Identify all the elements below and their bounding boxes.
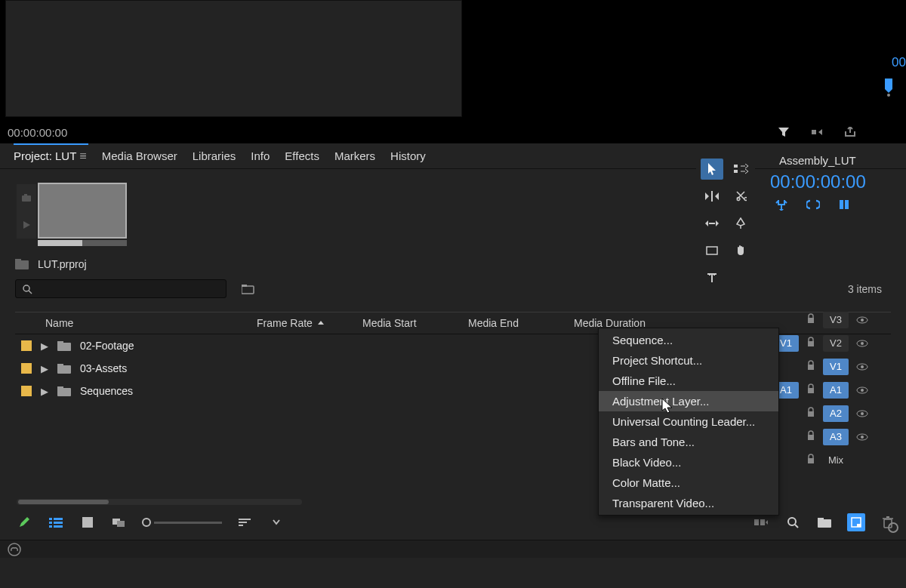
snap-icon[interactable] <box>775 199 788 213</box>
tab-effects[interactable]: Effects <box>285 144 334 168</box>
track-row[interactable]: V1 V2 <box>770 331 906 355</box>
filter-icon[interactable] <box>775 123 793 141</box>
svg-rect-61 <box>808 435 814 440</box>
project-filename: LUT.prproj <box>38 258 87 270</box>
cc-sync-icon[interactable] <box>8 543 21 556</box>
column-frame-rate[interactable]: Frame Rate <box>257 317 362 329</box>
svg-rect-43 <box>707 247 717 254</box>
menu-item-adjustment-layer[interactable]: Adjustment Layer... <box>599 391 778 411</box>
insert-icon[interactable] <box>808 123 826 141</box>
list-view-icon[interactable] <box>47 513 65 531</box>
automate-icon[interactable] <box>752 513 770 531</box>
track-label[interactable]: Mix <box>823 452 849 469</box>
tab-info[interactable]: Info <box>251 144 285 168</box>
tab-history[interactable]: History <box>390 144 441 168</box>
track-row[interactable]: Mix <box>770 448 906 472</box>
pencil-icon[interactable] <box>15 513 33 531</box>
razor-tool[interactable] <box>729 186 752 207</box>
rectangle-tool[interactable] <box>701 240 723 261</box>
lock-icon[interactable] <box>806 454 815 466</box>
tab-media-browser[interactable]: Media Browser <box>102 144 193 168</box>
mute-icon[interactable] <box>856 408 868 420</box>
sort-icon[interactable] <box>236 513 254 531</box>
new-item-button[interactable] <box>847 513 865 531</box>
play-icon <box>22 220 31 229</box>
svg-point-5 <box>23 285 29 291</box>
new-item-context-menu: Sequence... Project Shortcut... Offline … <box>598 328 779 516</box>
track-select-tool[interactable] <box>729 159 752 180</box>
export-icon[interactable] <box>841 123 859 141</box>
track-row[interactable]: A1 A1 <box>770 378 906 402</box>
new-bin-button[interactable] <box>815 513 834 531</box>
svg-rect-4 <box>15 259 21 262</box>
menu-item-bars-and-tone[interactable]: Bars and Tone... <box>599 432 778 452</box>
lock-icon[interactable] <box>806 337 815 349</box>
chevron-right-icon[interactable]: ▶ <box>41 363 48 374</box>
zoom-slider[interactable] <box>142 518 222 527</box>
add-marker-icon[interactable] <box>838 199 850 213</box>
column-media-end[interactable]: Media End <box>468 317 574 329</box>
track-row[interactable]: V3 <box>770 308 906 331</box>
chevron-down-icon[interactable] <box>267 513 285 531</box>
tab-project[interactable]: Project: LUT≡ <box>14 144 102 168</box>
ripple-edit-tool[interactable] <box>701 186 723 207</box>
svg-line-31 <box>795 525 798 528</box>
new-bin-icon[interactable] <box>240 280 258 298</box>
bin-preview-thumbnail <box>15 181 128 248</box>
sequence-tab[interactable]: Assembly_LUT <box>770 151 906 168</box>
eye-icon[interactable] <box>856 337 868 349</box>
lock-icon[interactable] <box>806 313 815 326</box>
pen-tool[interactable] <box>729 213 752 234</box>
icon-view-icon[interactable] <box>79 513 97 531</box>
eye-icon[interactable] <box>856 361 868 373</box>
menu-item-color-matte[interactable]: Color Matte... <box>599 473 778 493</box>
freeform-view-icon[interactable] <box>110 513 128 531</box>
track-row[interactable]: A2 <box>770 402 906 425</box>
svg-rect-2 <box>24 194 27 196</box>
search-input[interactable] <box>15 279 226 298</box>
menu-item-offline-file[interactable]: Offline File... <box>599 371 778 391</box>
lock-icon[interactable] <box>806 407 815 420</box>
svg-rect-64 <box>808 458 814 463</box>
hand-tool[interactable] <box>729 240 752 261</box>
lock-icon[interactable] <box>806 430 815 443</box>
menu-item-transparent-video[interactable]: Transparent Video... <box>599 493 778 513</box>
tab-markers[interactable]: Markers <box>334 144 390 168</box>
timeline-zoom-handle[interactable] <box>888 522 898 535</box>
svg-rect-19 <box>49 525 52 528</box>
column-media-start[interactable]: Media Start <box>362 317 468 329</box>
track-row[interactable]: V1 <box>770 355 906 378</box>
mute-icon[interactable] <box>856 384 868 396</box>
menu-item-universal-counting-leader[interactable]: Universal Counting Leader... <box>599 411 778 432</box>
menu-item-black-video[interactable]: Black Video... <box>599 452 778 473</box>
type-tool[interactable] <box>701 267 723 288</box>
find-icon[interactable] <box>784 513 802 531</box>
project-icon <box>15 259 29 269</box>
slip-tool[interactable] <box>701 213 723 234</box>
panel-menu-icon[interactable]: ≡ <box>79 149 86 163</box>
chevron-right-icon[interactable]: ▶ <box>41 340 48 352</box>
track-label[interactable]: V3 <box>823 312 849 328</box>
lock-icon[interactable] <box>806 383 815 396</box>
svg-rect-18 <box>54 522 63 524</box>
track-label[interactable]: V1 <box>823 359 849 375</box>
track-label[interactable]: A2 <box>823 405 849 422</box>
menu-item-project-shortcut[interactable]: Project Shortcut... <box>599 350 778 371</box>
tab-libraries[interactable]: Libraries <box>193 144 251 168</box>
linked-selection-icon[interactable] <box>806 199 820 213</box>
eye-icon[interactable] <box>856 314 868 326</box>
chevron-right-icon[interactable]: ▶ <box>41 386 48 397</box>
mute-icon[interactable] <box>856 431 868 443</box>
svg-rect-28 <box>754 519 759 525</box>
lock-icon[interactable] <box>806 360 815 373</box>
menu-item-sequence[interactable]: Sequence... <box>599 330 778 350</box>
track-row[interactable]: A3 <box>770 425 906 448</box>
column-name[interactable]: Name <box>45 317 257 329</box>
selection-tool[interactable] <box>701 159 723 180</box>
track-label[interactable]: A1 <box>823 382 849 399</box>
track-label[interactable]: A3 <box>823 429 849 445</box>
horizontal-scrollbar[interactable] <box>17 499 302 505</box>
svg-point-51 <box>861 342 864 345</box>
timeline-timecode[interactable]: 00:00:00:00 <box>770 168 906 192</box>
track-label[interactable]: V2 <box>823 335 849 352</box>
